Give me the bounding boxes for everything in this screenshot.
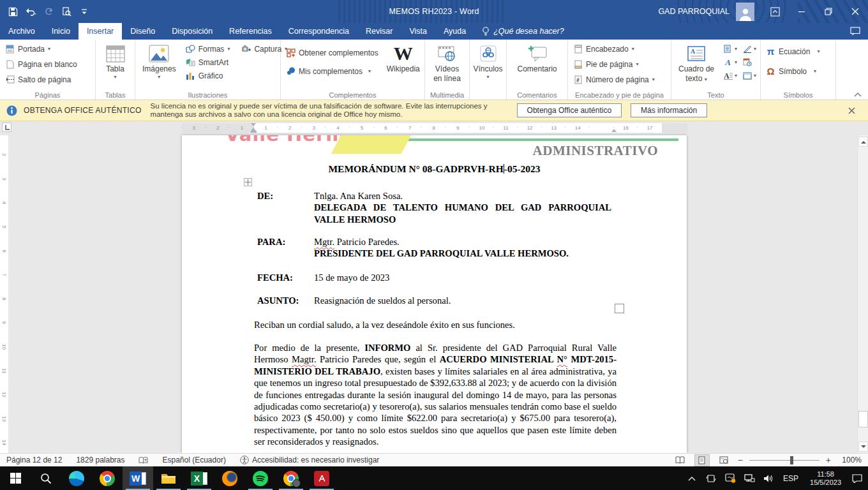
web-layout-view-icon[interactable] bbox=[716, 454, 731, 466]
left-indent-marker[interactable] bbox=[251, 131, 257, 133]
start-button[interactable] bbox=[0, 466, 31, 490]
memo-title[interactable]: MEMORÁNDUM N° 08-GADPRVH-RH-05-2023 bbox=[182, 163, 687, 175]
taskbar-firefox-icon[interactable] bbox=[214, 466, 245, 490]
signature-line-button[interactable]: ▾ bbox=[742, 44, 756, 54]
body-paragraph-main[interactable]: Por medio de la presente, INFORMO al Sr.… bbox=[254, 342, 617, 448]
save-icon[interactable] bbox=[5, 4, 20, 19]
learn-more-button[interactable]: Más información bbox=[631, 103, 707, 117]
redo-icon[interactable] bbox=[41, 4, 56, 19]
page-indicator[interactable]: Página 12 de 12 bbox=[6, 456, 62, 464]
undo-icon[interactable] bbox=[23, 4, 38, 19]
zoom-level[interactable]: 100% bbox=[837, 456, 862, 464]
empty-checkbox-marker[interactable] bbox=[615, 304, 624, 313]
object-button[interactable]: ▾ bbox=[742, 71, 756, 80]
accessibility-status[interactable]: Accesibilidad: es necesario investigar bbox=[240, 456, 379, 464]
symbol-button[interactable]: Ω Símbolo▾ bbox=[764, 64, 821, 78]
tray-network-icon[interactable] bbox=[741, 466, 758, 490]
action-center-icon[interactable] bbox=[849, 466, 865, 490]
tray-clock[interactable]: 11:58 15/5/2023 bbox=[805, 470, 846, 487]
cover-page-button[interactable]: Portada▾ bbox=[3, 42, 79, 56]
drop-cap-button[interactable]: A▾ bbox=[723, 71, 737, 80]
page-break-button[interactable]: Salto de página bbox=[3, 73, 79, 86]
taskbar-word-icon[interactable]: W bbox=[123, 466, 153, 490]
tray-language-indicator[interactable]: ESP bbox=[779, 474, 802, 483]
indent-markers[interactable] bbox=[251, 123, 257, 133]
minimize-button[interactable] bbox=[789, 0, 814, 23]
memo-field-para[interactable]: PARA: Mgtr. Patricio Paredes. PRESIDENTE… bbox=[257, 236, 611, 260]
taskbar-spotify-icon[interactable] bbox=[245, 466, 276, 490]
header-button[interactable]: Encabezado▾ bbox=[571, 42, 657, 56]
document-page[interactable]: Valle Hermoso ADMINISTRATIVO MEMORÁNDUM … bbox=[182, 135, 687, 453]
ribbon-tab[interactable]: Correspondencia bbox=[280, 23, 357, 40]
online-video-button[interactable]: Vídeos en línea bbox=[430, 42, 465, 84]
pictures-button[interactable]: Imágenes ▾ bbox=[138, 42, 180, 81]
ribbon-tab[interactable]: Vista bbox=[401, 23, 435, 40]
smartart-button[interactable]: SmartArt bbox=[184, 56, 232, 69]
word-count[interactable]: 1829 palabras bbox=[76, 456, 124, 464]
collapse-ribbon-icon[interactable] bbox=[854, 92, 862, 97]
taskbar-explorer-icon[interactable] bbox=[153, 466, 184, 490]
table-button[interactable]: Tabla ▾ bbox=[102, 42, 129, 81]
scroll-down-icon[interactable] bbox=[858, 442, 868, 452]
zoom-slider-thumb[interactable] bbox=[790, 456, 793, 464]
taskbar-chrome-icon[interactable] bbox=[92, 466, 123, 490]
zoom-slider[interactable] bbox=[749, 460, 819, 461]
account-name[interactable]: GAD PARROQUIAL bbox=[658, 7, 730, 16]
dismiss-warning-icon[interactable] bbox=[842, 107, 862, 114]
my-addins-button[interactable]: Mis complementos▾ bbox=[284, 64, 380, 78]
chart-button[interactable]: Gráfico bbox=[184, 69, 232, 82]
ribbon-tab[interactable]: Referencias bbox=[221, 23, 280, 40]
body-paragraph-greeting[interactable]: Reciban un cordial saludo, a la vez dese… bbox=[254, 319, 617, 330]
links-button[interactable]: Vínculos ▾ bbox=[469, 42, 506, 81]
zoom-out-icon[interactable]: − bbox=[738, 455, 743, 465]
footer-button[interactable]: Pie de página▾ bbox=[571, 57, 657, 71]
tray-sync-alert-icon[interactable] bbox=[722, 466, 738, 490]
wikipedia-button[interactable]: W Wikipedia bbox=[383, 42, 424, 75]
vertical-scrollbar[interactable] bbox=[857, 135, 868, 453]
scroll-up-icon[interactable] bbox=[858, 137, 868, 147]
taskbar-search-icon[interactable] bbox=[31, 466, 61, 490]
textbox-button[interactable]: A Cuadro de texto ▾ bbox=[675, 42, 718, 84]
shapes-button[interactable]: Formas▾ bbox=[184, 42, 232, 56]
wordart-button[interactable]: A▾ bbox=[723, 57, 737, 67]
get-addins-button[interactable]: Obtener complementos bbox=[284, 46, 380, 59]
get-genuine-office-button[interactable]: Obtenga Office auténtico bbox=[517, 103, 622, 117]
vertical-ruler[interactable]: 234567891011121314 bbox=[0, 135, 8, 453]
read-mode-view-icon[interactable] bbox=[673, 454, 688, 466]
tell-me-box[interactable]: ¿Qué desea hacer? bbox=[474, 23, 572, 40]
ribbon-tab[interactable]: Revisar bbox=[357, 23, 401, 40]
comment-button[interactable]: Comentario bbox=[513, 42, 560, 75]
memo-field-fecha[interactable]: FECHA: 15 de mayo de 2023 bbox=[257, 272, 611, 283]
proofing-errors-icon[interactable] bbox=[138, 456, 148, 464]
horizontal-ruler[interactable]: 321 12345678910111213141617 bbox=[182, 123, 687, 133]
tray-volume-icon[interactable] bbox=[760, 466, 777, 490]
tray-tablet-mode-icon[interactable] bbox=[703, 466, 719, 490]
right-indent-marker[interactable] bbox=[611, 128, 617, 132]
memo-field-asunto[interactable]: ASUNTO: Reasignación de sueldos al perso… bbox=[257, 295, 611, 306]
ribbon-tab[interactable]: Disposición bbox=[163, 23, 221, 40]
taskbar-acrobat-icon[interactable] bbox=[306, 466, 337, 490]
taskbar-excel-icon[interactable]: X bbox=[184, 466, 214, 490]
avatar[interactable] bbox=[736, 3, 754, 21]
language-indicator[interactable]: Español (Ecuador) bbox=[162, 456, 225, 464]
ribbon-tab[interactable]: Insertar bbox=[79, 23, 122, 40]
feedback-icon[interactable] bbox=[850, 23, 868, 40]
scrollbar-thumb[interactable] bbox=[858, 411, 868, 427]
taskbar-chrome-profile-icon[interactable] bbox=[276, 466, 306, 490]
blank-page-button[interactable]: Página en blanco bbox=[3, 57, 79, 71]
date-time-button[interactable] bbox=[742, 57, 756, 67]
close-button[interactable] bbox=[842, 0, 868, 23]
tab-selector-icon[interactable] bbox=[2, 122, 11, 132]
ribbon-tab[interactable]: Diseño bbox=[122, 23, 163, 40]
quick-parts-button[interactable]: ▾ bbox=[723, 44, 737, 54]
first-line-indent-marker[interactable] bbox=[251, 123, 256, 126]
ribbon-tab[interactable]: Archivo bbox=[0, 23, 43, 40]
ribbon-tab[interactable]: Ayuda bbox=[435, 23, 474, 40]
table-move-handle-icon[interactable] bbox=[244, 178, 252, 186]
print-preview-icon[interactable] bbox=[59, 4, 74, 19]
taskbar-edge-icon[interactable] bbox=[61, 466, 92, 490]
equation-button[interactable]: π Ecuación▾ bbox=[764, 45, 821, 58]
memo-field-de[interactable]: DE: Tnlga. Ana Karen Sosa. DELEGADA DE T… bbox=[257, 190, 611, 225]
ribbon-tab[interactable]: Inicio bbox=[43, 23, 79, 40]
page-number-button[interactable]: # Número de página▾ bbox=[571, 73, 657, 86]
